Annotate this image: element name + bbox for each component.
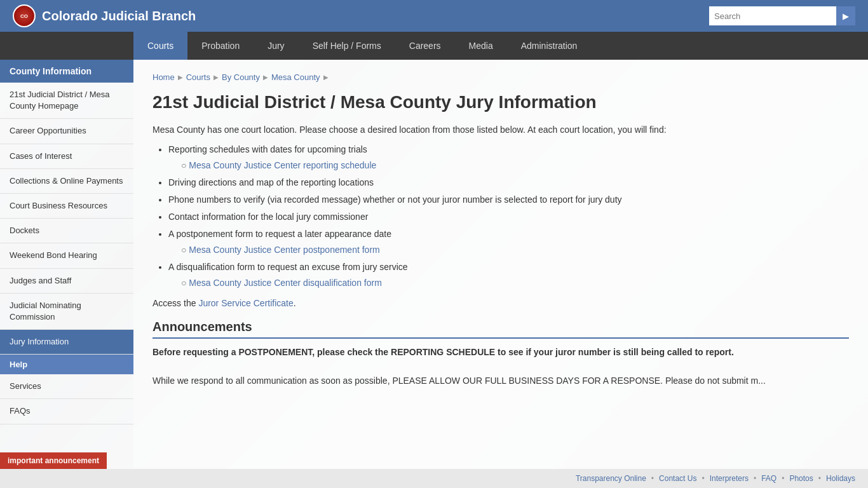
logo-icon: CO: [13, 4, 36, 27]
link-juror-cert[interactable]: Juror Service Certificate: [198, 298, 293, 308]
site-title: Colorado Judicial Branch: [42, 9, 196, 24]
sidebar: County Information 21st Judicial Distric…: [0, 60, 133, 469]
list-item: Contact information for the local jury c…: [168, 210, 849, 224]
sidebar-item-homepage[interactable]: 21st Judicial District / Mesa County Hom…: [0, 83, 133, 119]
footer-transparency[interactable]: Transparency Online: [576, 474, 646, 483]
search-button[interactable]: ▶: [836, 6, 855, 25]
breadcrumb-home[interactable]: Home: [153, 72, 175, 82]
search-area: ▶: [709, 6, 855, 25]
sidebar-heading: County Information: [0, 60, 133, 83]
important-announcement-banner[interactable]: important announcement: [0, 452, 107, 469]
search-input[interactable]: [709, 6, 836, 25]
nav-selfhelp[interactable]: Self Help / Forms: [299, 32, 395, 60]
announcement-body: While we respond to all communication as…: [153, 374, 849, 388]
nav-jury[interactable]: Jury: [254, 32, 298, 60]
sidebar-item-cases[interactable]: Cases of Interest: [0, 144, 133, 169]
sidebar-item-dockets[interactable]: Dockets: [0, 219, 133, 243]
announcement-box: Before requesting a POSTPONEMENT, please…: [153, 345, 849, 388]
content-area: Home ▶ Courts ▶ By County ▶ Mesa County …: [133, 60, 868, 469]
breadcrumb-courts[interactable]: Courts: [186, 72, 210, 82]
footer-holidays[interactable]: Holidays: [826, 474, 855, 483]
nav-courts[interactable]: Courts: [133, 32, 187, 60]
breadcrumb-sep3: ▶: [263, 74, 268, 81]
footer-bar: Transparency Online • Contact Us • Inter…: [0, 469, 868, 488]
breadcrumb-bycounty[interactable]: By County: [222, 72, 260, 82]
breadcrumb-sep4: ▶: [323, 74, 329, 81]
list-item: A postponement form to request a later a…: [168, 227, 849, 257]
link-postponement-form[interactable]: Mesa County Justice Center postponement …: [189, 245, 379, 255]
list-item: Reporting schedules with dates for upcom…: [168, 143, 849, 172]
footer-interpreters[interactable]: Interpreters: [710, 474, 749, 483]
link-reporting-schedule[interactable]: Mesa County Justice Center reporting sch…: [189, 160, 376, 170]
footer-photos[interactable]: Photos: [789, 474, 813, 483]
sidebar-item-judges[interactable]: Judges and Staff: [0, 269, 133, 294]
announcements-heading: Announcements: [153, 320, 849, 339]
main-navbar: Courts Probation Jury Self Help / Forms …: [0, 32, 868, 60]
access-text: Access the Juror Service Certificate.: [153, 296, 849, 310]
site-header: CO Colorado Judicial Branch ▶: [0, 0, 868, 32]
sidebar-item-faqs[interactable]: FAQs: [0, 399, 133, 424]
breadcrumb: Home ▶ Courts ▶ By County ▶ Mesa County …: [153, 72, 849, 82]
footer-contact[interactable]: Contact Us: [659, 474, 696, 483]
link-disqualification-form[interactable]: Mesa County Justice Center disqualificat…: [189, 278, 381, 288]
sidebar-help-heading: Help: [0, 355, 133, 374]
sidebar-item-career[interactable]: Career Opportunities: [0, 119, 133, 144]
list-item: Phone numbers to verify (via recorded me…: [168, 193, 849, 207]
sidebar-item-collections[interactable]: Collections & Online Payments: [0, 169, 133, 194]
nav-careers[interactable]: Careers: [395, 32, 455, 60]
list-item: Driving directions and map of the report…: [168, 176, 849, 189]
page-title: 21st Judicial District / Mesa County Jur…: [153, 92, 849, 113]
nav-media[interactable]: Media: [455, 32, 507, 60]
main-container: County Information 21st Judicial Distric…: [0, 60, 868, 469]
announcement-bold: Before requesting a POSTPONEMENT, please…: [153, 345, 849, 359]
sidebar-item-services[interactable]: Services: [0, 374, 133, 399]
logo-area: CO Colorado Judicial Branch: [13, 4, 196, 27]
sidebar-item-jnc[interactable]: Judicial Nominating Commission: [0, 294, 133, 330]
list-item: A disqualification form to request an ex…: [168, 261, 849, 290]
intro-text: Mesa County has one court location. Plea…: [153, 123, 849, 137]
info-list: Reporting schedules with dates for upcom…: [168, 143, 849, 290]
footer-faq[interactable]: FAQ: [761, 474, 776, 483]
sidebar-item-court-business[interactable]: Court Business Resources: [0, 194, 133, 219]
nav-probation[interactable]: Probation: [187, 32, 254, 60]
breadcrumb-sep1: ▶: [178, 74, 183, 81]
breadcrumb-sep2: ▶: [214, 74, 219, 81]
sidebar-item-jury[interactable]: Jury Information: [0, 330, 133, 355]
sidebar-item-weekend-bond[interactable]: Weekend Bond Hearing: [0, 243, 133, 268]
nav-administration[interactable]: Administration: [507, 32, 592, 60]
breadcrumb-mesacounty[interactable]: Mesa County: [271, 72, 320, 82]
